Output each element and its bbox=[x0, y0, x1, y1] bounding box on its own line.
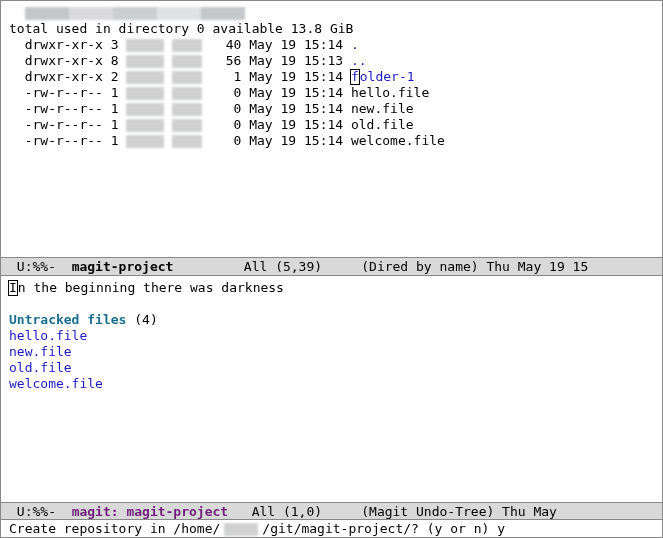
point-cursor: f bbox=[350, 69, 360, 85]
untracked-section-header[interactable]: Untracked files bbox=[9, 312, 126, 327]
dired-summary: total used in directory 0 available 13.8… bbox=[9, 21, 353, 36]
user-answer: y bbox=[497, 521, 505, 536]
untracked-file[interactable]: welcome.file bbox=[9, 376, 103, 391]
dired-entry[interactable]: drwxr-xr-x 8 56 May 19 15:13 .. bbox=[9, 53, 367, 68]
dired-item-dot[interactable]: . bbox=[351, 37, 359, 52]
dired-entry[interactable]: -rw-r--r-- 1 0 May 19 15:14 new.file bbox=[9, 101, 414, 116]
untracked-file[interactable]: hello.file bbox=[9, 328, 87, 343]
dired-entry[interactable]: -rw-r--r-- 1 0 May 19 15:14 welcome.file bbox=[9, 133, 445, 148]
untracked-file[interactable]: old.file bbox=[9, 360, 72, 375]
dired-item-welcome[interactable]: welcome.file bbox=[351, 133, 445, 148]
point-cursor: I bbox=[8, 280, 18, 296]
redacted-path bbox=[25, 7, 245, 20]
dired-buffer[interactable]: total used in directory 0 available 13.8… bbox=[1, 1, 662, 257]
modeline-magit[interactable]: U:%%- magit: magit-project All (1,0) (Ma… bbox=[1, 502, 662, 521]
minibuffer[interactable]: Create repository in /home//git/magit-pr… bbox=[1, 520, 662, 537]
redacted-owner bbox=[126, 39, 164, 52]
buffer-name: magit: magit-project bbox=[72, 504, 229, 519]
dired-path bbox=[9, 5, 245, 20]
redacted-group bbox=[172, 39, 202, 52]
modeline-dired[interactable]: U:%%- magit-project All (5,39) (Dired by… bbox=[1, 257, 662, 276]
dired-entry[interactable]: -rw-r--r-- 1 0 May 19 15:14 old.file bbox=[9, 117, 414, 132]
buffer-name: magit-project bbox=[72, 259, 174, 274]
dired-entry[interactable]: drwxr-xr-x 2 1 May 19 15:14 folder-1 bbox=[9, 69, 415, 84]
untracked-file[interactable]: new.file bbox=[9, 344, 72, 359]
dired-item-dotdot[interactable]: .. bbox=[351, 53, 367, 68]
dired-item-old[interactable]: old.file bbox=[351, 117, 414, 132]
prompt-text: Create repository in /home/ bbox=[9, 521, 220, 536]
dired-item-new[interactable]: new.file bbox=[351, 101, 414, 116]
magit-head-commit[interactable]: In the beginning there was darkness bbox=[9, 280, 284, 295]
emacs-frame: total used in directory 0 available 13.8… bbox=[0, 0, 663, 538]
dired-entry[interactable]: -rw-r--r-- 1 0 May 19 15:14 hello.file bbox=[9, 85, 429, 100]
dired-item-hello[interactable]: hello.file bbox=[351, 85, 429, 100]
redacted-user bbox=[224, 523, 258, 536]
dired-item-folder-1[interactable]: folder-1 bbox=[351, 69, 415, 84]
dired-entry[interactable]: drwxr-xr-x 3 40 May 19 15:14 . bbox=[9, 37, 359, 52]
magit-buffer[interactable]: In the beginning there was darkness Untr… bbox=[1, 276, 662, 502]
